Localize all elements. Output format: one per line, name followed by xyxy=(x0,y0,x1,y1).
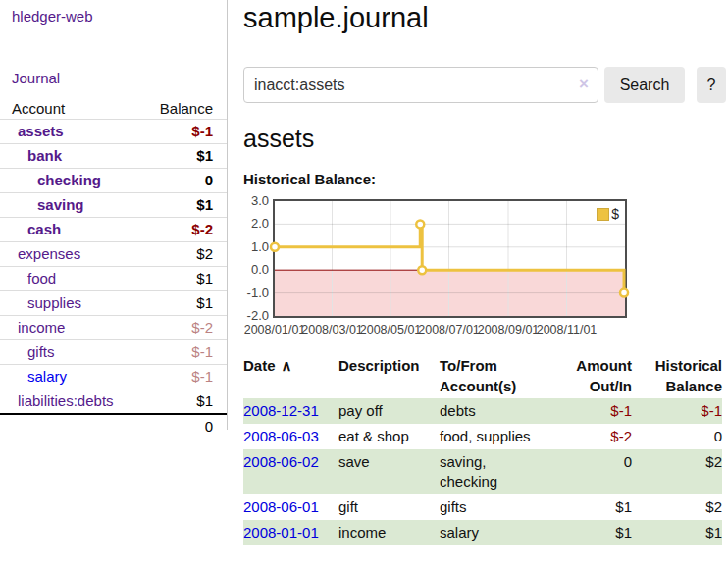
account-link-expenses[interactable]: expenses xyxy=(0,244,80,264)
register-amount-cell: $1 xyxy=(549,494,632,520)
balance-header-line2: Balance xyxy=(665,378,722,394)
sidebar: hledger-web Journal Account Balance asse… xyxy=(0,0,228,430)
sort-asc-icon: ∧ xyxy=(282,357,292,374)
account-name-cell: assets xyxy=(0,120,142,144)
account-row: food$1 xyxy=(0,267,227,291)
register-amount-cell: 0 xyxy=(549,449,632,494)
accounts-table: Account Balance assets$-1bank$1checking0… xyxy=(0,98,227,439)
search-button[interactable]: Search xyxy=(604,67,685,103)
legend-label: $ xyxy=(611,206,619,222)
account-link-gifts[interactable]: gifts xyxy=(0,342,55,362)
plot-area: $ xyxy=(273,199,627,318)
register-balance-cell: 0 xyxy=(632,424,722,449)
account-link-salary[interactable]: salary xyxy=(0,367,67,387)
brand-link[interactable]: hledger-web xyxy=(12,8,93,25)
account-balance: $-2 xyxy=(142,316,227,340)
account-name-cell: income xyxy=(0,316,142,340)
account-row: expenses$2 xyxy=(0,242,227,267)
account-balance: $1 xyxy=(142,291,227,316)
y-tick-label: 1.0 xyxy=(243,239,269,255)
account-row: checking0 xyxy=(0,169,227,193)
register-body: 2008-12-31pay offdebts$-1$-12008-06-03ea… xyxy=(243,398,722,545)
account-balance: $-1 xyxy=(142,340,227,365)
main-content: sample.journal × Search ? assets Histori… xyxy=(243,0,728,545)
x-tick-label: 2008/05/01 xyxy=(360,323,422,337)
account-balance: $-2 xyxy=(142,218,227,242)
account-link-checking[interactable]: checking xyxy=(0,171,101,190)
register-row: 2008-06-02savesaving, checking0$2 xyxy=(243,449,722,494)
register-amount-cell: $-1 xyxy=(549,398,632,424)
search-wrap: × xyxy=(243,67,598,103)
register-table: Date∧ Description To/From Account(s) Amo… xyxy=(243,353,722,545)
register-amount-cell: $1 xyxy=(549,520,632,545)
y-tick-label: 3.0 xyxy=(243,193,269,209)
transaction-date-link[interactable]: 2008-01-01 xyxy=(243,524,319,541)
transaction-date-link[interactable]: 2008-06-02 xyxy=(243,453,319,470)
journal-link[interactable]: Journal xyxy=(12,70,60,86)
register-header-amount: Amount Out/In xyxy=(549,353,632,398)
account-header-line2: Account(s) xyxy=(440,378,516,394)
help-button[interactable]: ? xyxy=(697,67,726,103)
x-tick-label: 2008/03/01 xyxy=(301,323,363,337)
register-header-date[interactable]: Date∧ xyxy=(243,353,338,398)
account-link-food[interactable]: food xyxy=(0,269,56,288)
account-link-saving[interactable]: saving xyxy=(0,195,84,215)
register-date-cell: 2008-06-01 xyxy=(243,494,338,520)
chart-svg xyxy=(275,201,625,316)
transaction-date-link[interactable]: 2008-12-31 xyxy=(243,402,319,419)
accounts-body: assets$-1bank$1checking0saving$1cash$-2e… xyxy=(0,120,227,415)
account-name-cell: gifts xyxy=(0,340,142,365)
register-description-cell: save xyxy=(338,449,440,494)
account-row: assets$-1 xyxy=(0,120,227,144)
account-name-cell: checking xyxy=(0,169,142,193)
y-tick-label: -2.0 xyxy=(243,308,269,324)
account-link-liabilities-debts[interactable]: liabilities:debts xyxy=(0,391,114,411)
account-link-income[interactable]: income xyxy=(0,318,65,337)
search-input[interactable] xyxy=(243,67,598,103)
account-link-bank[interactable]: bank xyxy=(0,146,62,166)
amount-header-line2: Out/In xyxy=(590,378,632,394)
accounts-header-balance: Balance xyxy=(142,98,227,120)
register-accounts-cell: debts xyxy=(440,398,549,424)
account-row: income$-2 xyxy=(0,316,227,340)
x-tick-label: 2008/09/01 xyxy=(478,323,540,337)
register-date-cell: 2008-01-01 xyxy=(243,520,338,545)
register-row: 2008-01-01incomesalary$1$1 xyxy=(243,520,722,545)
amount-header-line1: Amount xyxy=(576,357,632,374)
register-description-cell: pay off xyxy=(338,398,440,424)
y-tick-label: -1.0 xyxy=(243,286,269,301)
transaction-date-link[interactable]: 2008-06-01 xyxy=(243,498,319,515)
register-header-account: To/From Account(s) xyxy=(440,353,549,398)
register-accounts-cell: salary xyxy=(440,520,549,545)
account-name-cell: bank xyxy=(0,144,142,169)
register-date-cell: 2008-12-31 xyxy=(243,398,338,424)
account-row: saving$1 xyxy=(0,193,227,218)
data-point-marker xyxy=(271,243,279,251)
chart-title: Historical Balance: xyxy=(243,171,728,187)
account-link-supplies[interactable]: supplies xyxy=(0,293,81,313)
account-balance: $1 xyxy=(142,267,227,291)
register-accounts-cell: food, supplies xyxy=(440,424,549,449)
register-balance-cell: $-1 xyxy=(632,398,722,424)
transaction-date-link[interactable]: 2008-06-03 xyxy=(243,428,319,444)
account-link-cash[interactable]: cash xyxy=(0,220,61,239)
balance-header-line1: Historical xyxy=(655,357,722,374)
accounts-total-row: 0 xyxy=(0,414,227,439)
search-row: × Search ? xyxy=(243,67,728,103)
register-amount-cell: $-2 xyxy=(549,424,632,449)
accounts-header-account: Account xyxy=(0,98,142,120)
register-description-cell: eat & shop xyxy=(338,424,440,449)
account-row: salary$-1 xyxy=(0,365,227,389)
account-row: cash$-2 xyxy=(0,218,227,242)
account-balance: $1 xyxy=(142,193,227,218)
account-row: bank$1 xyxy=(0,144,227,169)
balance-chart: 3.02.01.00.0-1.0-2.02008/01/012008/03/01… xyxy=(243,199,665,338)
account-name-cell: food xyxy=(0,267,142,291)
y-tick-label: 2.0 xyxy=(243,216,269,232)
account-name-cell: expenses xyxy=(0,242,142,267)
account-link-assets[interactable]: assets xyxy=(0,122,64,141)
clear-icon[interactable]: × xyxy=(579,75,589,94)
account-header-line1: To/From xyxy=(440,357,497,374)
account-balance: $-1 xyxy=(142,120,227,144)
account-name-cell: salary xyxy=(0,365,142,389)
